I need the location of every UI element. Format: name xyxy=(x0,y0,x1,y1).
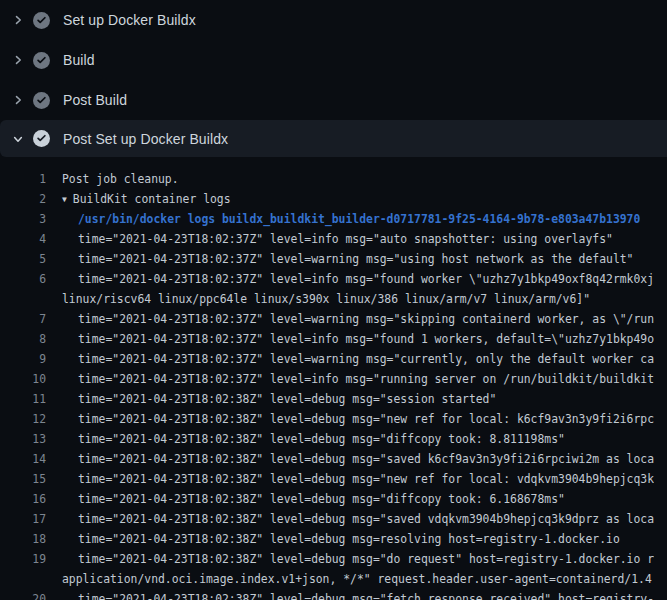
log-line: 16time="2021-04-23T18:02:38Z" level=debu… xyxy=(0,489,667,509)
check-circle-icon xyxy=(33,92,50,109)
log-line-number[interactable]: 2 xyxy=(0,189,46,209)
log-line-number[interactable]: 6 xyxy=(0,269,46,289)
log-line: 11time="2021-04-23T18:02:38Z" level=debu… xyxy=(0,389,667,409)
log-line-number[interactable]: 8 xyxy=(0,329,46,349)
log-line-number[interactable]: 11 xyxy=(0,389,46,409)
log-line: 12time="2021-04-23T18:02:38Z" level=debu… xyxy=(0,409,667,429)
log-line: 15time="2021-04-23T18:02:38Z" level=debu… xyxy=(0,469,667,489)
step-title: Set up Docker Buildx xyxy=(63,12,196,28)
log-line-number[interactable]: 3 xyxy=(0,209,46,229)
log-line-text: time="2021-04-23T18:02:38Z" level=debug … xyxy=(46,469,654,489)
check-circle-icon xyxy=(33,130,50,147)
log-line-text: time="2021-04-23T18:02:38Z" level=debug … xyxy=(46,389,496,409)
log-line-number[interactable]: 13 xyxy=(0,429,46,449)
log-line-text: time="2021-04-23T18:02:38Z" level=debug … xyxy=(46,409,654,429)
log-line: 14time="2021-04-23T18:02:38Z" level=debu… xyxy=(0,449,667,469)
log-line: 2▼BuildKit container logs xyxy=(0,189,667,209)
log-line: 1Post job cleanup. xyxy=(0,169,667,189)
chevron-right-icon xyxy=(10,52,26,68)
step-header-set-up-docker-buildx[interactable]: Set up Docker Buildx xyxy=(0,0,667,40)
log-line-text: linux/riscv64 linux/ppc64le linux/s390x … xyxy=(46,289,590,309)
log-line-text: application/vnd.oci.image.index.v1+json,… xyxy=(46,569,652,589)
log-line-number[interactable]: 4 xyxy=(0,229,46,249)
log-group-header[interactable]: ▼BuildKit container logs xyxy=(46,189,231,209)
step-header-post-set-up-docker-buildx[interactable]: Post Set up Docker Buildx xyxy=(0,120,667,157)
log-line: 17time="2021-04-23T18:02:38Z" level=debu… xyxy=(0,509,667,529)
step-header-post-build[interactable]: Post Build xyxy=(0,80,667,120)
log-line-text: time="2021-04-23T18:02:37Z" level=info m… xyxy=(46,269,654,289)
log-line-text: Post job cleanup. xyxy=(46,169,179,189)
log-line-number[interactable]: 19 xyxy=(0,549,46,569)
log-line-text: time="2021-04-23T18:02:38Z" level=debug … xyxy=(46,589,654,600)
log-line: 6time="2021-04-23T18:02:37Z" level=info … xyxy=(0,269,667,289)
log-line-number[interactable]: 15 xyxy=(0,469,46,489)
log-line: 18time="2021-04-23T18:02:38Z" level=debu… xyxy=(0,529,667,549)
log-line-text: time="2021-04-23T18:02:37Z" level=warnin… xyxy=(46,249,633,269)
log-line: 19time="2021-04-23T18:02:38Z" level=debu… xyxy=(0,549,667,569)
step-title: Build xyxy=(63,52,95,68)
log-line-number[interactable]: 12 xyxy=(0,409,46,429)
log-line-number xyxy=(0,289,46,309)
log-line-text: time="2021-04-23T18:02:38Z" level=debug … xyxy=(46,529,620,549)
group-title: BuildKit container logs xyxy=(73,192,231,206)
log-line-text: time="2021-04-23T18:02:38Z" level=debug … xyxy=(46,549,654,569)
log-line-text: time="2021-04-23T18:02:37Z" level=info m… xyxy=(46,229,613,249)
log-lines: 1Post job cleanup.2▼BuildKit container l… xyxy=(0,157,667,600)
log-line-number[interactable]: 20 xyxy=(0,589,46,600)
chevron-right-icon xyxy=(10,92,26,108)
step-header-build[interactable]: Build xyxy=(0,40,667,80)
log-line: application/vnd.oci.image.index.v1+json,… xyxy=(0,569,667,589)
log-line-text: time="2021-04-23T18:02:38Z" level=debug … xyxy=(46,489,565,509)
log-line-number[interactable]: 10 xyxy=(0,369,46,389)
log-line: 5time="2021-04-23T18:02:37Z" level=warni… xyxy=(0,249,667,269)
group-collapse-icon: ▼ xyxy=(62,190,67,210)
log-line-number[interactable]: 9 xyxy=(0,349,46,369)
log-line-number xyxy=(0,569,46,589)
step-title: Post Build xyxy=(63,92,127,108)
log-line-number[interactable]: 1 xyxy=(0,169,46,189)
chevron-down-icon xyxy=(10,131,26,147)
workflow-steps-list: Set up Docker Buildx Build Post Build Po… xyxy=(0,0,667,157)
log-line: 4time="2021-04-23T18:02:37Z" level=info … xyxy=(0,229,667,249)
log-line: 9time="2021-04-23T18:02:37Z" level=warni… xyxy=(0,349,667,369)
log-line-text: time="2021-04-23T18:02:37Z" level=warnin… xyxy=(46,309,654,329)
log-line-number[interactable]: 7 xyxy=(0,309,46,329)
log-line-number[interactable]: 14 xyxy=(0,449,46,469)
log-line-number[interactable]: 5 xyxy=(0,249,46,269)
log-line: linux/riscv64 linux/ppc64le linux/s390x … xyxy=(0,289,667,309)
log-line-text: time="2021-04-23T18:02:38Z" level=debug … xyxy=(46,449,654,469)
log-line-number[interactable]: 18 xyxy=(0,529,46,549)
log-line: 7time="2021-04-23T18:02:37Z" level=warni… xyxy=(0,309,667,329)
log-line: 8time="2021-04-23T18:02:37Z" level=info … xyxy=(0,329,667,349)
log-line-text: time="2021-04-23T18:02:37Z" level=info m… xyxy=(46,329,654,349)
log-line: 10time="2021-04-23T18:02:37Z" level=info… xyxy=(0,369,667,389)
log-line: 13time="2021-04-23T18:02:38Z" level=debu… xyxy=(0,429,667,449)
log-command-text: /usr/bin/docker logs buildx_buildkit_bui… xyxy=(46,209,640,229)
log-line-number[interactable]: 16 xyxy=(0,489,46,509)
log-line-text: time="2021-04-23T18:02:38Z" level=debug … xyxy=(46,509,654,529)
log-line: 20time="2021-04-23T18:02:38Z" level=debu… xyxy=(0,589,667,600)
log-line-text: time="2021-04-23T18:02:37Z" level=info m… xyxy=(46,369,654,389)
log-line-text: time="2021-04-23T18:02:38Z" level=debug … xyxy=(46,429,565,449)
chevron-right-icon xyxy=(10,12,26,28)
log-line-text: time="2021-04-23T18:02:37Z" level=warnin… xyxy=(46,349,654,369)
check-circle-icon xyxy=(33,12,50,29)
step-title: Post Set up Docker Buildx xyxy=(63,131,228,147)
log-line: 3/usr/bin/docker logs buildx_buildkit_bu… xyxy=(0,209,667,229)
log-line-number[interactable]: 17 xyxy=(0,509,46,529)
check-circle-icon xyxy=(33,52,50,69)
